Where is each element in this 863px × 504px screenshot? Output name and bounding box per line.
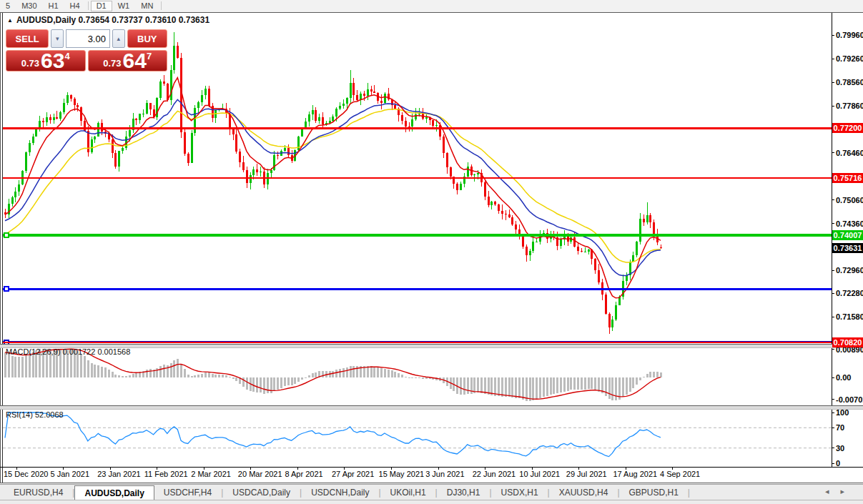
date-label: 20 Mar 2021: [238, 470, 282, 478]
macd-tick-label: -0.00701: [836, 395, 863, 405]
macd-histogram: [4, 349, 662, 401]
price-tick-label: 0.79260: [836, 54, 863, 64]
sell-price-big: 63: [41, 51, 64, 70]
axis-tick-marks: [16, 35, 834, 470]
rsi-line: [5, 412, 661, 457]
volume-increase-button[interactable]: ▴: [112, 29, 125, 48]
date-label: 8 Apr 2021: [285, 470, 322, 478]
date-label: 22 Jun 2021: [473, 470, 516, 478]
chart-tab-bar: EURUSD,H4|AUDUSD,DailyUSDCHF,H4|USDCAD,D…: [0, 484, 863, 504]
tab-usdcnh-daily[interactable]: USDCNH,Daily: [302, 485, 378, 500]
macd-label: MACD(12,26,9) 0.001722 0.001568: [6, 347, 130, 356]
chart-tabs: EURUSD,H4|AUDUSD,DailyUSDCHF,H4|USDCAD,D…: [4, 485, 690, 500]
macd-rsi-splitter[interactable]: [0, 406, 863, 410]
buy-price-big: 64: [123, 51, 147, 70]
tab-eurusd-h4[interactable]: EURUSD,H4: [4, 485, 72, 500]
price-badge: 0.73631: [832, 243, 863, 253]
tab-xauusd-h4[interactable]: XAUUSD,H4: [550, 485, 618, 500]
price-badge: 0.70820: [832, 337, 863, 347]
window-bottom-border: [0, 483, 863, 483]
tab-scroll-arrows: ◂▸: [825, 487, 856, 496]
price-tick-label: 0.78560: [836, 77, 863, 87]
sell-price-display[interactable]: 0.73 63 4: [6, 50, 86, 71]
volume-input[interactable]: [66, 29, 110, 48]
buy-button[interactable]: BUY: [127, 29, 167, 48]
ma-medium-line: [5, 99, 661, 275]
tab-audusd-daily[interactable]: AUDUSD,Daily: [74, 485, 154, 500]
buy-price-sup: 7: [147, 51, 152, 61]
time-axis-line: [0, 467, 863, 468]
trade-panel-top-row: SELL ▾ ▴ BUY: [6, 29, 167, 48]
price-tick-label: 0.74360: [836, 219, 863, 229]
price-tick-label: 0.75060: [836, 195, 863, 205]
macd-tick-label: 0.00: [836, 372, 863, 382]
tab-usdx-h1[interactable]: USDX,H1: [492, 485, 548, 500]
chart-title-text: AUDUSD,Daily 0.73654 0.73737 0.73610 0.7…: [16, 15, 209, 25]
date-label: 17 Aug 2021: [613, 470, 657, 478]
collapse-triangle-icon[interactable]: ▲: [7, 17, 13, 24]
volume-decrease-button[interactable]: ▾: [51, 29, 64, 48]
terminal-stage: 5M30H1H4D1W1MN ▲AUDUSD,Daily 0.73654 0.7…: [0, 0, 863, 504]
price-tick-label: 0.71580: [836, 312, 863, 322]
tab-usdcad-daily[interactable]: USDCAD,Daily: [223, 485, 300, 500]
price-badge: 0.75716: [832, 173, 863, 183]
horizontal-lines-layer[interactable]: [3, 128, 832, 345]
rsi-tick-label: 30: [836, 443, 863, 453]
chart-canvas: [0, 0, 863, 504]
tab-gbpusd-h1[interactable]: GBPUSD,H1: [620, 485, 688, 500]
price-tick-label: 0.72960: [836, 265, 863, 275]
date-label: 4 Sep 2021: [660, 470, 700, 478]
date-label: 15 Dec 2020: [4, 470, 48, 478]
buy-price-display[interactable]: 0.73 64 7: [88, 50, 168, 71]
date-label: 2 Mar 2021: [191, 470, 231, 478]
ma-slow-line: [5, 109, 661, 262]
date-label: 29 Jul 2021: [566, 470, 607, 478]
price-tick-label: 0.72280: [836, 288, 863, 298]
date-label: 11 Feb 2021: [144, 470, 188, 478]
date-label: 27 Apr 2021: [332, 470, 374, 478]
tab-scroll-right-icon[interactable]: ▸: [840, 487, 856, 495]
tab-bar-strip: [0, 500, 863, 500]
rsi-tick-label: 100: [836, 407, 863, 417]
hline-handle[interactable]: [4, 233, 9, 237]
rsi-label: RSI(14) 52.0068: [6, 410, 64, 419]
hline-handle[interactable]: [4, 287, 9, 291]
rsi-tick-label: 70: [836, 423, 863, 433]
chart-title: ▲AUDUSD,Daily 0.73654 0.73737 0.73610 0.…: [7, 15, 209, 25]
trade-panel-price-row: 0.73 63 4 0.73 64 7: [6, 50, 167, 71]
tab-separator: |: [688, 485, 690, 500]
price-badge: 0.77200: [832, 123, 863, 133]
ma-fast-line: [5, 78, 661, 298]
sell-button[interactable]: SELL: [6, 29, 49, 48]
tab-usdchf-h4[interactable]: USDCHF,H4: [154, 485, 221, 500]
price-tick-label: 0.77860: [836, 101, 863, 111]
tab-dj30-h1[interactable]: DJ30,H1: [438, 485, 490, 500]
buy-price-prefix: 0.73: [103, 58, 121, 69]
tab-scroll-left-icon[interactable]: ◂: [825, 487, 841, 495]
date-label: 5 Jan 2021: [51, 470, 89, 478]
rsi-tick-label: 0: [836, 458, 863, 468]
sell-price-prefix: 0.73: [21, 58, 39, 69]
price-badge: 0.74007: [832, 230, 863, 240]
date-label: 15 May 2021: [379, 470, 425, 478]
date-label: 23 Jan 2021: [97, 470, 141, 478]
date-label: 10 Jul 2021: [519, 470, 560, 478]
sell-price-sup: 4: [64, 51, 69, 61]
date-label: 3 Jun 2021: [425, 470, 464, 478]
price-tick-label: 0.79960: [836, 30, 863, 40]
tab-ukoil-h1[interactable]: UKOil,H1: [381, 485, 435, 500]
one-click-trade-panel: SELL ▾ ▴ BUY 0.73 63 4 0.73 64 7: [6, 29, 167, 71]
price-tick-label: 0.76460: [836, 148, 863, 158]
